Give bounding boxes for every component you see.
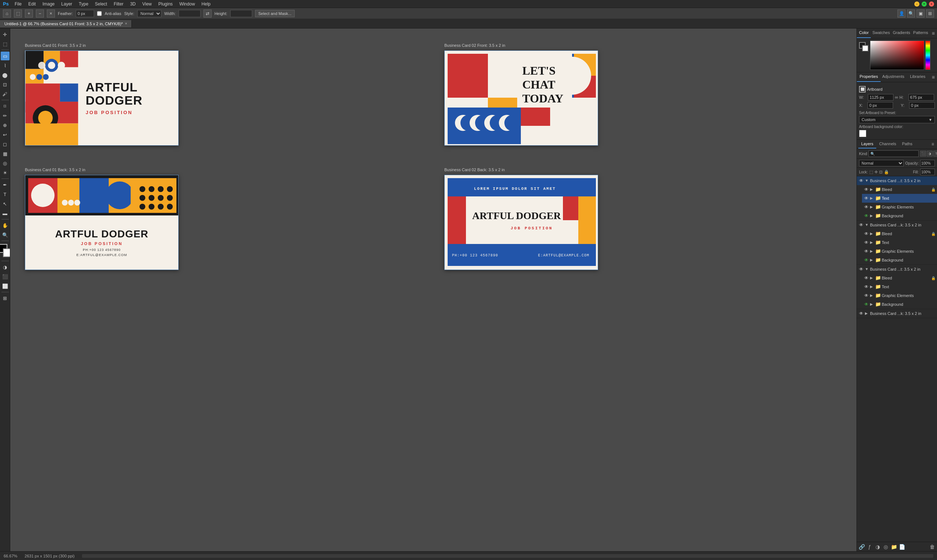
type-tool[interactable]: T [1, 190, 9, 198]
lock-pixels-icon[interactable]: ⬚ [869, 170, 873, 174]
layer-text-1[interactable]: 👁 ▶ 📁 Text [862, 194, 937, 203]
channels-tab[interactable]: Channels [876, 140, 899, 149]
blur-tool[interactable]: ◎ [1, 159, 9, 168]
dodge-tool[interactable]: ☀ [1, 168, 9, 177]
visibility-toggle-2[interactable]: 👁 [858, 222, 864, 228]
menu-window[interactable]: Window [176, 1, 198, 7]
visibility-bg-1[interactable]: 👁 [863, 213, 869, 219]
visibility-toggle-1[interactable]: 👁 [858, 178, 864, 184]
lock-position-icon[interactable]: ✛ [874, 170, 878, 174]
maximize-button[interactable]: + [922, 2, 927, 6]
visibility-text-2[interactable]: 👁 [863, 240, 869, 245]
layer-text-3[interactable]: 👁 ▶ 📁 Text [862, 282, 937, 291]
canvas-area[interactable]: Business Card 01 Front: 3.5 x 2 in [10, 29, 857, 551]
menu-plugins[interactable]: Plugins [156, 1, 176, 7]
menu-view[interactable]: View [139, 1, 155, 7]
feather-input[interactable] [76, 10, 94, 17]
artboard-bc02-back[interactable]: LOREM IPSUM DOLOR SIT AMET ARTFUL DODGER… [444, 175, 598, 270]
add-style-btn[interactable]: ƒ [866, 543, 873, 550]
new-group-btn[interactable]: 📁 [891, 543, 897, 550]
visibility-bleed-1[interactable]: 👁 [863, 186, 869, 192]
frame-mode-btn[interactable]: ⬜ [1, 282, 9, 291]
expand-2[interactable]: ▼ [865, 223, 869, 227]
history-brush-tool[interactable]: ↩ [1, 130, 9, 139]
expand-text-2[interactable]: ▶ [870, 240, 874, 245]
quick-select-tool[interactable]: ⬤ [1, 71, 9, 79]
expand-bleed-2[interactable]: ▶ [870, 232, 874, 236]
artboard-width-input[interactable] [868, 94, 894, 101]
expand-bg-3[interactable]: ▶ [870, 302, 874, 306]
menu-select[interactable]: Select [92, 1, 110, 7]
opacity-input[interactable] [920, 160, 935, 166]
search-icon[interactable]: 🔍 [907, 9, 915, 18]
layers-tab[interactable]: Layers [858, 140, 876, 149]
expand-graphic-1[interactable]: ▶ [870, 205, 874, 209]
pixel-filter-icon[interactable]: ⬛ [920, 151, 926, 157]
artboard-bc01-back[interactable]: ARTFUL DODGER JOB POSITION PH:+00 123 45… [25, 175, 179, 270]
color-swatches-widget[interactable] [859, 42, 869, 52]
link-dimensions-icon[interactable]: ∞ [895, 95, 898, 100]
color-picker-gradient[interactable] [870, 41, 924, 70]
marquee-subtract[interactable]: − [36, 9, 44, 18]
lasso-tool[interactable]: ⌇ [1, 61, 9, 70]
eyedropper-tool[interactable]: 🖋 [1, 89, 9, 98]
panel-toggle-icon[interactable]: ▣ [917, 9, 925, 18]
color-tab[interactable]: Color [857, 29, 871, 38]
eraser-tool[interactable]: ◻ [1, 140, 9, 149]
menu-image[interactable]: Image [40, 1, 57, 7]
visibility-bg-3[interactable]: 👁 [863, 302, 869, 307]
properties-tab[interactable]: Properties [857, 72, 881, 82]
tab-close-button[interactable]: × [125, 22, 127, 26]
delete-layer-btn[interactable]: 🗑 [929, 543, 935, 550]
expand-bleed-3[interactable]: ▶ [870, 276, 874, 280]
artboard-bc01-front[interactable]: ARTFUL DODGER JOB POSITION [25, 51, 179, 146]
menu-type[interactable]: Type [76, 1, 91, 7]
marquee-add[interactable]: + [25, 9, 33, 18]
visibility-graphic-1[interactable]: 👁 [863, 204, 869, 210]
quick-mask-btn[interactable]: ◑ [1, 263, 9, 271]
visibility-bleed-3[interactable]: 👁 [863, 275, 869, 281]
artboard-y-input[interactable] [909, 102, 935, 109]
color-hue-slider[interactable] [925, 41, 931, 70]
document-tab[interactable]: Untitled-1 @ 66.7% (Business Card 01 Fro… [0, 20, 132, 28]
artboard-x-input[interactable] [868, 102, 893, 109]
marquee-intersect[interactable]: × [47, 9, 55, 18]
menu-layer[interactable]: Layer [58, 1, 75, 7]
layer-group-row-3[interactable]: 👁 ▼ Business Card ...t: 3.5 x 2 in [857, 265, 937, 274]
visibility-text-3[interactable]: 👁 [863, 284, 869, 290]
gradients-tab[interactable]: Gradients [891, 29, 912, 38]
layer-bleed-1[interactable]: 👁 ▶ 📁 Bleed 🔒 [862, 185, 937, 194]
style-select[interactable]: Normal [137, 10, 162, 17]
layer-bleed-3[interactable]: 👁 ▶ 📁 Bleed 🔒 [862, 274, 937, 282]
width-input[interactable] [179, 10, 200, 17]
menu-edit[interactable]: Edit [25, 1, 39, 7]
artboard-tool[interactable]: ⬚ [1, 40, 9, 48]
shape-tool[interactable]: ▬ [1, 209, 9, 218]
menu-3d[interactable]: 3D [127, 1, 138, 7]
swatches-tab[interactable]: Swatches [871, 29, 891, 38]
adjustments-tab[interactable]: Adjustments [881, 72, 906, 82]
visibility-bg-2[interactable]: 👁 [863, 257, 869, 263]
adjustment-filter-icon[interactable]: ◑ [927, 151, 932, 157]
fill-input[interactable] [920, 169, 935, 175]
menu-file[interactable]: File [12, 1, 25, 7]
layer-bg-3[interactable]: 👁 ▶ 📁 Background [862, 300, 937, 309]
background-swatch[interactable] [862, 45, 869, 52]
background-color[interactable] [3, 248, 11, 257]
layer-text-2[interactable]: 👁 ▶ 📁 Text [862, 238, 937, 247]
layer-bg-2[interactable]: 👁 ▶ 📁 Background [862, 256, 937, 265]
close-button[interactable]: × [929, 2, 934, 6]
expand-bleed-1[interactable]: ▶ [870, 187, 874, 192]
pen-tool[interactable]: ✒ [1, 180, 9, 189]
blend-mode-select[interactable]: Normal [859, 160, 904, 166]
crop-tool[interactable]: ⊡ [1, 80, 9, 89]
properties-panel-menu-icon[interactable]: ≡ [930, 72, 937, 82]
layer-graphic-3[interactable]: 👁 ▶ 📁 Graphic Elements [862, 291, 937, 300]
expand-text-3[interactable]: ▶ [870, 285, 874, 289]
lock-all-icon[interactable]: 🔒 [884, 170, 889, 174]
gradient-tool[interactable]: ▦ [1, 149, 9, 158]
color-panel-menu-icon[interactable]: ≡ [930, 29, 937, 38]
layers-search-input[interactable] [869, 150, 919, 157]
layer-group-row-1[interactable]: 👁 ▼ Business Card ...t: 3.5 x 2 in [857, 176, 937, 185]
minimize-button[interactable]: − [914, 2, 919, 6]
